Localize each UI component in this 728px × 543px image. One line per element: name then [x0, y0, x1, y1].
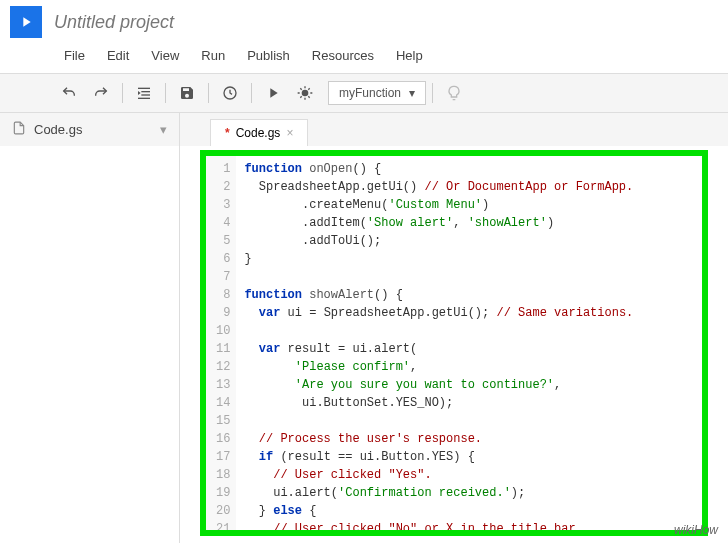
toolbar: myFunction ▾ — [0, 74, 728, 113]
menu-help[interactable]: Help — [386, 44, 433, 67]
svg-rect-2 — [141, 94, 150, 95]
separator — [251, 83, 252, 103]
function-select[interactable]: myFunction ▾ — [328, 81, 426, 105]
chevron-down-icon: ▾ — [409, 86, 415, 100]
indent-button[interactable] — [129, 80, 159, 106]
separator — [165, 83, 166, 103]
separator — [432, 83, 433, 103]
modified-indicator: * — [225, 126, 230, 140]
project-title[interactable]: Untitled project — [54, 12, 718, 33]
menu-view[interactable]: View — [141, 44, 189, 67]
menu-file[interactable]: File — [54, 44, 95, 67]
menu-edit[interactable]: Edit — [97, 44, 139, 67]
line-gutter: 123456789101112131415161718192021222324 — [206, 156, 236, 530]
menu-run[interactable]: Run — [191, 44, 235, 67]
file-sidebar: Code.gs ▾ — [0, 113, 180, 543]
editor-tabs: * Code.gs × — [180, 113, 728, 146]
apps-script-logo[interactable] — [10, 6, 42, 38]
menu-bar: File Edit View Run Publish Resources Hel… — [0, 44, 728, 73]
tab-code-gs[interactable]: * Code.gs × — [210, 119, 308, 146]
code-editor[interactable]: 123456789101112131415161718192021222324 … — [200, 150, 708, 536]
svg-rect-3 — [138, 98, 150, 99]
file-icon — [12, 121, 26, 138]
help-bulb-button[interactable] — [439, 80, 469, 106]
close-icon[interactable]: × — [286, 126, 293, 140]
menu-resources[interactable]: Resources — [302, 44, 384, 67]
redo-button[interactable] — [86, 80, 116, 106]
save-button[interactable] — [172, 80, 202, 106]
svg-rect-1 — [141, 91, 150, 92]
separator — [208, 83, 209, 103]
svg-rect-0 — [138, 88, 150, 89]
tab-label: Code.gs — [236, 126, 281, 140]
function-select-label: myFunction — [339, 86, 401, 100]
code-content[interactable]: function onOpen() { SpreadsheetApp.getUi… — [236, 156, 641, 530]
run-button[interactable] — [258, 80, 288, 106]
watermark: wikiHow — [674, 523, 718, 537]
sidebar-file-item[interactable]: Code.gs ▾ — [0, 113, 179, 146]
chevron-down-icon[interactable]: ▾ — [160, 122, 167, 137]
svg-point-5 — [302, 90, 309, 97]
separator — [122, 83, 123, 103]
menu-publish[interactable]: Publish — [237, 44, 300, 67]
undo-button[interactable] — [54, 80, 84, 106]
sidebar-file-label: Code.gs — [34, 122, 82, 137]
triggers-button[interactable] — [215, 80, 245, 106]
debug-button[interactable] — [290, 80, 320, 106]
